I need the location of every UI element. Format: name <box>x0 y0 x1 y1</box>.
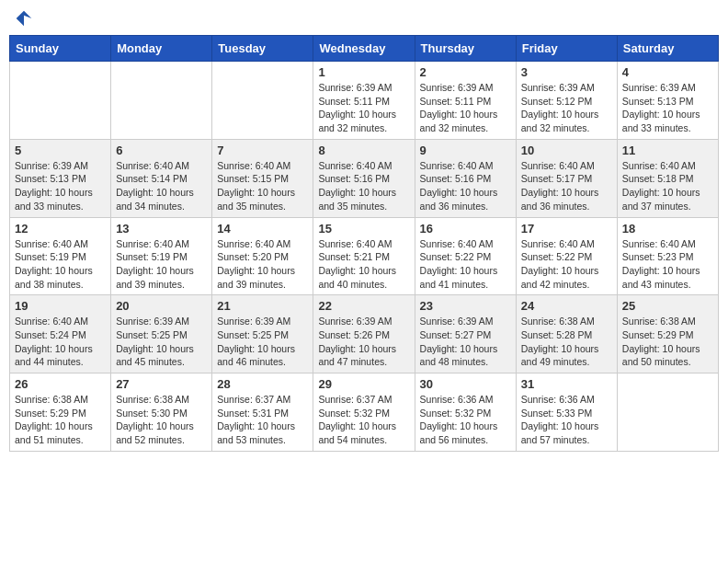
calendar-day-cell: 14Sunrise: 6:40 AM Sunset: 5:20 PM Dayli… <box>212 217 313 295</box>
day-number: 31 <box>521 377 612 391</box>
day-info: Sunrise: 6:40 AM Sunset: 5:17 PM Dayligh… <box>521 159 612 213</box>
day-info: Sunrise: 6:39 AM Sunset: 5:25 PM Dayligh… <box>116 315 207 369</box>
calendar-day-cell: 16Sunrise: 6:40 AM Sunset: 5:22 PM Dayli… <box>415 217 516 295</box>
page-header <box>9 9 719 28</box>
day-number: 30 <box>420 377 511 391</box>
day-number: 9 <box>420 144 511 157</box>
day-number: 23 <box>420 299 511 313</box>
calendar-day-cell: 2Sunrise: 6:39 AM Sunset: 5:11 PM Daylig… <box>415 62 516 140</box>
day-info: Sunrise: 6:40 AM Sunset: 5:22 PM Dayligh… <box>420 237 511 292</box>
calendar-day-cell: 29Sunrise: 6:37 AM Sunset: 5:32 PM Dayli… <box>313 373 415 452</box>
weekday-header-row: SundayMondayTuesdayWednesdayThursdayFrid… <box>10 36 719 62</box>
weekday-header-cell: Tuesday <box>212 36 313 62</box>
day-number: 10 <box>521 144 612 157</box>
day-info: Sunrise: 6:39 AM Sunset: 5:27 PM Dayligh… <box>420 315 511 369</box>
day-info: Sunrise: 6:40 AM Sunset: 5:24 PM Dayligh… <box>15 315 106 369</box>
day-number: 22 <box>318 299 409 313</box>
calendar-day-cell: 9Sunrise: 6:40 AM Sunset: 5:16 PM Daylig… <box>415 139 516 217</box>
day-info: Sunrise: 6:36 AM Sunset: 5:32 PM Dayligh… <box>420 393 511 447</box>
day-number: 3 <box>521 65 612 79</box>
calendar-day-cell: 17Sunrise: 6:40 AM Sunset: 5:22 PM Dayli… <box>516 217 617 295</box>
calendar-day-cell: 15Sunrise: 6:40 AM Sunset: 5:21 PM Dayli… <box>313 217 415 295</box>
day-number: 16 <box>420 222 511 236</box>
day-info: Sunrise: 6:40 AM Sunset: 5:19 PM Dayligh… <box>15 237 106 292</box>
weekday-header-cell: Sunday <box>10 36 111 62</box>
calendar-day-cell: 26Sunrise: 6:38 AM Sunset: 5:29 PM Dayli… <box>10 373 111 452</box>
day-info: Sunrise: 6:39 AM Sunset: 5:11 PM Dayligh… <box>420 81 511 135</box>
day-number: 26 <box>15 377 106 391</box>
calendar-body: 1Sunrise: 6:39 AM Sunset: 5:11 PM Daylig… <box>10 62 719 452</box>
day-info: Sunrise: 6:37 AM Sunset: 5:32 PM Dayligh… <box>318 393 409 447</box>
day-number: 29 <box>318 377 409 391</box>
day-number: 5 <box>15 144 106 157</box>
day-info: Sunrise: 6:40 AM Sunset: 5:14 PM Dayligh… <box>116 159 207 213</box>
day-info: Sunrise: 6:38 AM Sunset: 5:29 PM Dayligh… <box>15 393 106 447</box>
calendar-day-cell: 20Sunrise: 6:39 AM Sunset: 5:25 PM Dayli… <box>111 295 212 373</box>
calendar-day-cell: 4Sunrise: 6:39 AM Sunset: 5:13 PM Daylig… <box>617 62 718 140</box>
weekday-header-cell: Monday <box>111 36 212 62</box>
calendar-day-cell: 13Sunrise: 6:40 AM Sunset: 5:19 PM Dayli… <box>111 217 212 295</box>
calendar-day-cell: 23Sunrise: 6:39 AM Sunset: 5:27 PM Dayli… <box>415 295 516 373</box>
calendar-day-cell <box>212 62 313 140</box>
day-info: Sunrise: 6:36 AM Sunset: 5:33 PM Dayligh… <box>521 393 612 447</box>
day-info: Sunrise: 6:40 AM Sunset: 5:23 PM Dayligh… <box>622 237 713 292</box>
logo-icon <box>15 9 33 28</box>
day-number: 13 <box>116 222 207 236</box>
day-info: Sunrise: 6:40 AM Sunset: 5:21 PM Dayligh… <box>318 237 409 292</box>
day-info: Sunrise: 6:40 AM Sunset: 5:22 PM Dayligh… <box>521 237 612 292</box>
calendar-day-cell: 18Sunrise: 6:40 AM Sunset: 5:23 PM Dayli… <box>617 217 718 295</box>
calendar-week-row: 19Sunrise: 6:40 AM Sunset: 5:24 PM Dayli… <box>10 295 719 373</box>
day-number: 19 <box>15 299 106 313</box>
calendar-day-cell <box>111 62 212 140</box>
calendar-day-cell: 7Sunrise: 6:40 AM Sunset: 5:15 PM Daylig… <box>212 139 313 217</box>
day-number: 2 <box>420 65 511 79</box>
day-info: Sunrise: 6:39 AM Sunset: 5:11 PM Dayligh… <box>318 81 409 135</box>
calendar-day-cell: 30Sunrise: 6:36 AM Sunset: 5:32 PM Dayli… <box>415 373 516 452</box>
day-info: Sunrise: 6:40 AM Sunset: 5:16 PM Dayligh… <box>420 159 511 213</box>
calendar-day-cell: 3Sunrise: 6:39 AM Sunset: 5:12 PM Daylig… <box>516 62 617 140</box>
day-info: Sunrise: 6:39 AM Sunset: 5:26 PM Dayligh… <box>318 315 409 369</box>
calendar-day-cell: 6Sunrise: 6:40 AM Sunset: 5:14 PM Daylig… <box>111 139 212 217</box>
calendar-day-cell: 28Sunrise: 6:37 AM Sunset: 5:31 PM Dayli… <box>212 373 313 452</box>
day-number: 8 <box>318 144 409 157</box>
calendar-day-cell: 25Sunrise: 6:38 AM Sunset: 5:29 PM Dayli… <box>617 295 718 373</box>
calendar-week-row: 1Sunrise: 6:39 AM Sunset: 5:11 PM Daylig… <box>10 62 719 140</box>
day-info: Sunrise: 6:40 AM Sunset: 5:16 PM Dayligh… <box>318 159 409 213</box>
calendar-day-cell: 19Sunrise: 6:40 AM Sunset: 5:24 PM Dayli… <box>10 295 111 373</box>
day-number: 24 <box>521 299 612 313</box>
calendar-day-cell: 5Sunrise: 6:39 AM Sunset: 5:13 PM Daylig… <box>10 139 111 217</box>
day-number: 17 <box>521 222 612 236</box>
day-number: 11 <box>622 144 713 157</box>
day-number: 28 <box>217 377 308 391</box>
day-info: Sunrise: 6:38 AM Sunset: 5:30 PM Dayligh… <box>116 393 207 447</box>
day-info: Sunrise: 6:40 AM Sunset: 5:19 PM Dayligh… <box>116 237 207 292</box>
day-number: 7 <box>217 144 308 157</box>
day-info: Sunrise: 6:40 AM Sunset: 5:15 PM Dayligh… <box>217 159 308 213</box>
calendar-day-cell: 24Sunrise: 6:38 AM Sunset: 5:28 PM Dayli… <box>516 295 617 373</box>
weekday-header-cell: Saturday <box>617 36 718 62</box>
calendar-day-cell: 11Sunrise: 6:40 AM Sunset: 5:18 PM Dayli… <box>617 139 718 217</box>
calendar-day-cell: 31Sunrise: 6:36 AM Sunset: 5:33 PM Dayli… <box>516 373 617 452</box>
day-info: Sunrise: 6:37 AM Sunset: 5:31 PM Dayligh… <box>217 393 308 447</box>
day-info: Sunrise: 6:39 AM Sunset: 5:25 PM Dayligh… <box>217 315 308 369</box>
day-info: Sunrise: 6:38 AM Sunset: 5:28 PM Dayligh… <box>521 315 612 369</box>
day-info: Sunrise: 6:39 AM Sunset: 5:13 PM Dayligh… <box>622 81 713 135</box>
day-number: 20 <box>116 299 207 313</box>
day-info: Sunrise: 6:40 AM Sunset: 5:20 PM Dayligh… <box>217 237 308 292</box>
day-number: 12 <box>15 222 106 236</box>
day-number: 6 <box>116 144 207 157</box>
day-number: 1 <box>318 65 409 79</box>
day-number: 4 <box>622 65 713 79</box>
logo <box>13 9 33 28</box>
calendar-day-cell <box>10 62 111 140</box>
day-info: Sunrise: 6:39 AM Sunset: 5:12 PM Dayligh… <box>521 81 612 135</box>
calendar-day-cell: 1Sunrise: 6:39 AM Sunset: 5:11 PM Daylig… <box>313 62 415 140</box>
calendar-day-cell: 8Sunrise: 6:40 AM Sunset: 5:16 PM Daylig… <box>313 139 415 217</box>
calendar-day-cell: 27Sunrise: 6:38 AM Sunset: 5:30 PM Dayli… <box>111 373 212 452</box>
calendar-table: SundayMondayTuesdayWednesdayThursdayFrid… <box>9 35 719 452</box>
day-number: 21 <box>217 299 308 313</box>
day-number: 18 <box>622 222 713 236</box>
day-number: 14 <box>217 222 308 236</box>
calendar-week-row: 5Sunrise: 6:39 AM Sunset: 5:13 PM Daylig… <box>10 139 719 217</box>
day-number: 15 <box>318 222 409 236</box>
